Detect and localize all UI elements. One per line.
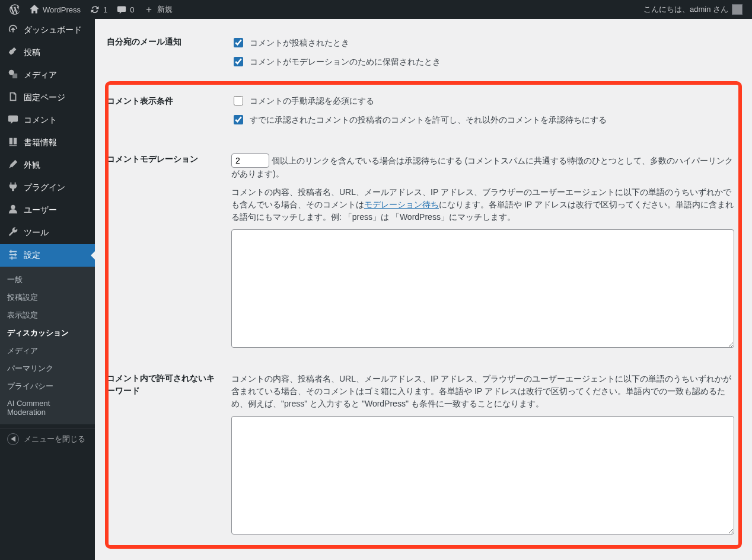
label: ツール — [24, 228, 49, 238]
checkbox-manual-approve[interactable]: コメントの手動承認を必須にする — [231, 94, 734, 107]
admin-sidebar: ダッシュボード 投稿 メディア 固定ページ コメント — [0, 19, 95, 560]
submenu-ai-comment-moderation[interactable]: AI Comment Moderation — [0, 395, 95, 420]
comment-icon — [117, 5, 126, 14]
sidebar-item-settings[interactable]: 設定 — [0, 244, 95, 267]
th-disallowed: コメント内で許可されないキーワード — [107, 360, 225, 547]
page-icon — [7, 91, 19, 104]
sidebar-item-media[interactable]: メディア — [0, 64, 95, 87]
sidebar-item-pages[interactable]: 固定ページ — [0, 87, 95, 109]
pin-icon — [7, 46, 19, 59]
checkbox-comment-posted-input[interactable] — [234, 38, 243, 47]
sidebar-item-posts[interactable]: 投稿 — [0, 41, 95, 64]
disallowed-keys-textarea[interactable] — [231, 416, 734, 535]
checkbox-previously-approved-input[interactable] — [234, 115, 243, 124]
discussion-settings-content: 自分宛のメール通知 コメントが投稿されたとき コメントがモデレーションのために保… — [95, 19, 752, 560]
disallowed-desc: コメントの内容、投稿者名、URL、メールアドレス、IP アドレス、ブラウザーのユ… — [231, 373, 734, 410]
submenu-permalinks[interactable]: パーマリンク — [0, 360, 95, 377]
book-icon — [7, 136, 19, 149]
settings-form-table: 自分宛のメール通知 コメントが投稿されたとき コメントがモデレーションのために保… — [107, 25, 740, 547]
sidebar-item-comments[interactable]: コメント — [0, 109, 95, 132]
home-icon — [30, 5, 39, 14]
updates-count: 1 — [103, 5, 107, 14]
checkbox-manual-approve-label: コメントの手動承認を必須にする — [250, 95, 374, 107]
max-links-input[interactable] — [231, 153, 269, 168]
max-links-text: 個以上のリンクを含んでいる場合は承認待ちにする (コメントスパムに共通する特徴の… — [231, 156, 733, 178]
new-content-link[interactable]: ＋ 新規 — [139, 0, 177, 19]
label: 投稿 — [24, 47, 40, 58]
highlighted-region: コメント表示条件 コメントの手動承認を必須にする すでに承認されたコメントの投稿… — [107, 83, 740, 547]
updates-link[interactable]: 1 — [85, 0, 112, 19]
checkbox-comment-held-label: コメントがモデレーションのために保留されたとき — [250, 56, 441, 68]
row-email-me: 自分宛のメール通知 コメントが投稿されたとき コメントがモデレーションのために保… — [107, 25, 740, 83]
comment-icon — [7, 114, 19, 127]
checkbox-comment-held[interactable]: コメントがモデレーションのために保留されたとき — [231, 55, 734, 68]
label: ダッシュボード — [24, 25, 82, 36]
moderation-links-line: 個以上のリンクを含んでいる場合は承認待ちにする (コメントスパムに共通する特徴の… — [231, 153, 734, 180]
comments-count: 0 — [130, 5, 134, 14]
sidebar-item-books[interactable]: 書籍情報 — [0, 132, 95, 154]
checkbox-comment-held-input[interactable] — [234, 57, 243, 66]
sidebar-item-plugins[interactable]: プラグイン — [0, 177, 95, 199]
new-label: 新規 — [157, 4, 173, 15]
collapse-menu-button[interactable]: ◀ メニューを閉じる — [0, 428, 95, 450]
settings-sliders-icon — [7, 249, 19, 262]
sidebar-item-tools[interactable]: ツール — [0, 222, 95, 244]
submenu-media[interactable]: メディア — [0, 342, 95, 360]
checkbox-manual-approve-input[interactable] — [234, 96, 243, 105]
site-name-link[interactable]: WordPress — [25, 0, 85, 19]
th-email-me: 自分宛のメール通知 — [107, 25, 225, 83]
submenu-writing[interactable]: 投稿設定 — [0, 289, 95, 306]
moderation-desc: コメントの内容、投稿者名、URL、メールアドレス、IP アドレス、ブラウザーのユ… — [231, 186, 734, 223]
svg-point-1 — [11, 205, 15, 209]
label: ユーザー — [24, 205, 57, 216]
th-before-appears: コメント表示条件 — [107, 83, 225, 141]
label: 書籍情報 — [24, 137, 57, 148]
moderation-queue-link[interactable]: モデレーション待ち — [364, 200, 439, 209]
wp-logo-menu[interactable] — [5, 0, 25, 19]
checkbox-comment-posted[interactable]: コメントが投稿されたとき — [231, 36, 734, 49]
label: 固定ページ — [24, 92, 65, 103]
update-icon — [90, 5, 100, 14]
checkbox-comment-posted-label: コメントが投稿されたとき — [250, 37, 349, 49]
user-icon — [7, 204, 19, 217]
row-before-appears: コメント表示条件 コメントの手動承認を必須にする すでに承認されたコメントの投稿… — [107, 83, 740, 547]
wrench-icon — [7, 226, 19, 239]
collapse-icon: ◀ — [7, 433, 19, 445]
admin-toolbar: WordPress 1 0 ＋ 新規 こんにちは、admin さん — [0, 0, 752, 19]
checkbox-previously-approved-label: すでに承認されたコメントの投稿者のコメントを許可し、それ以外のコメントを承認待ち… — [250, 114, 607, 126]
label: プラグイン — [24, 183, 65, 193]
settings-submenu: 一般 投稿設定 表示設定 ディスカッション メディア パーマリンク プライバシー… — [0, 267, 95, 424]
greeting-text: こんにちは、admin さん — [643, 4, 728, 15]
avatar-icon — [732, 4, 743, 15]
my-account-link[interactable]: こんにちは、admin さん — [639, 0, 747, 19]
moderation-keys-textarea[interactable] — [231, 229, 734, 348]
wordpress-logo-icon — [9, 4, 20, 15]
sidebar-item-users[interactable]: ユーザー — [0, 199, 95, 222]
checkbox-previously-approved[interactable]: すでに承認されたコメントの投稿者のコメントを許可し、それ以外のコメントを承認待ち… — [231, 113, 734, 126]
submenu-discussion[interactable]: ディスカッション — [0, 324, 95, 342]
submenu-reading[interactable]: 表示設定 — [0, 306, 95, 324]
label: 設定 — [24, 250, 40, 261]
sidebar-item-dashboard[interactable]: ダッシュボード — [0, 19, 95, 41]
site-name: WordPress — [43, 5, 81, 14]
label: メディア — [24, 70, 57, 81]
media-icon — [7, 69, 19, 82]
submenu-general[interactable]: 一般 — [0, 271, 95, 289]
label: コメント — [24, 115, 57, 126]
submenu-privacy[interactable]: プライバシー — [0, 377, 95, 395]
label: 外観 — [24, 160, 40, 171]
sidebar-item-appearance[interactable]: 外観 — [0, 154, 95, 177]
plus-icon: ＋ — [144, 5, 154, 14]
collapse-label: メニューを閉じる — [24, 434, 85, 444]
dashboard-icon — [7, 24, 19, 37]
comments-link[interactable]: 0 — [112, 0, 139, 19]
plug-icon — [7, 181, 19, 194]
th-moderation: コメントモデレーション — [107, 141, 225, 360]
row-disallowed: コメント内で許可されないキーワード コメントの内容、投稿者名、URL、メールアド… — [107, 360, 740, 547]
brush-icon — [7, 159, 19, 172]
row-moderation: コメントモデレーション 個以上のリンクを含んでいる場合は承認待ちにする (コメン… — [107, 141, 740, 360]
